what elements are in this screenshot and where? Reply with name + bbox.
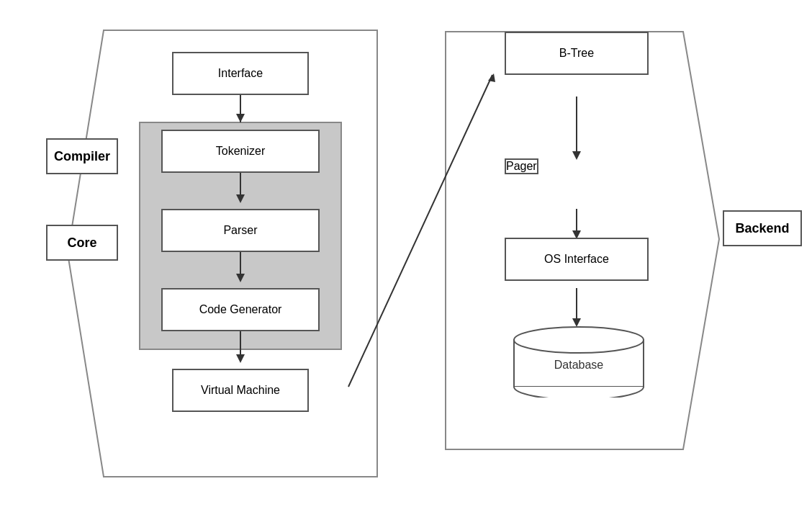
- compiler-label: Compiler: [46, 138, 118, 174]
- btree-box: B-Tree: [505, 32, 649, 75]
- parser-box: Parser: [161, 209, 320, 252]
- diagram-container: Interface Tokenizer Parser Code Generato…: [46, 16, 766, 491]
- interface-box: Interface: [172, 52, 309, 95]
- tokenizer-box: Tokenizer: [161, 130, 320, 173]
- backend-label: Backend: [723, 210, 802, 246]
- svg-point-20: [514, 327, 644, 353]
- svg-marker-4: [236, 114, 245, 122]
- svg-marker-14: [572, 151, 581, 160]
- core-label: Core: [46, 225, 118, 261]
- virtual-machine-box: Virtual Machine: [172, 369, 309, 412]
- connectors-svg: [46, 16, 766, 491]
- os-interface-box: OS Interface: [505, 238, 649, 281]
- database-label: Database: [554, 359, 604, 371]
- pager-box: Pager: [505, 158, 538, 174]
- svg-marker-10: [236, 354, 245, 363]
- svg-line-11: [348, 75, 492, 387]
- code-generator-box: Code Generator: [161, 288, 320, 331]
- database-cylinder: Database: [510, 326, 647, 398]
